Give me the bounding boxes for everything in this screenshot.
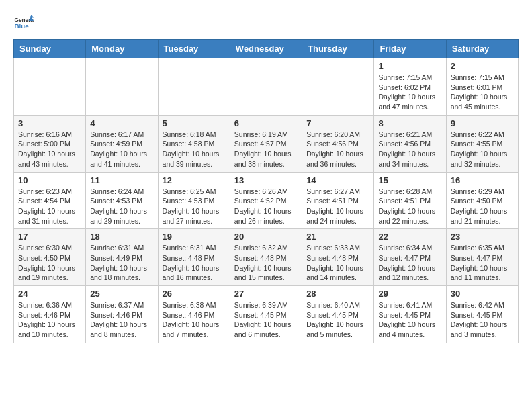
day-number: 1 [378,61,441,71]
day-info: Sunrise: 6:33 AM Sunset: 4:48 PM Dayligh… [306,243,369,283]
day-number: 11 [90,175,153,185]
day-info: Sunrise: 6:39 AM Sunset: 4:45 PM Dayligh… [234,300,298,340]
calendar-cell: 16Sunrise: 6:29 AM Sunset: 4:50 PM Dayli… [446,172,518,229]
day-number: 10 [18,175,81,185]
calendar-cell: 17Sunrise: 6:30 AM Sunset: 4:50 PM Dayli… [14,229,86,286]
day-info: Sunrise: 6:25 AM Sunset: 4:53 PM Dayligh… [163,187,226,226]
day-number: 12 [163,175,226,185]
calendar-cell: 15Sunrise: 6:28 AM Sunset: 4:51 PM Dayli… [374,172,446,229]
day-number: 19 [163,232,226,242]
svg-text:Blue: Blue [15,22,30,30]
day-number: 16 [451,175,514,185]
day-info: Sunrise: 6:23 AM Sunset: 4:54 PM Dayligh… [18,187,81,226]
day-number: 17 [18,232,81,242]
calendar-cell: 4Sunrise: 6:17 AM Sunset: 4:59 PM Daylig… [86,115,158,172]
calendar-cell: 1Sunrise: 7:15 AM Sunset: 6:02 PM Daylig… [374,58,446,116]
day-info: Sunrise: 6:31 AM Sunset: 4:48 PM Dayligh… [163,243,226,283]
day-number: 9 [451,118,514,128]
calendar-table: SundayMondayTuesdayWednesdayThursdayFrid… [13,39,519,343]
day-number: 15 [378,175,441,185]
calendar-cell: 5Sunrise: 6:18 AM Sunset: 4:58 PM Daylig… [158,115,230,172]
calendar-cell: 21Sunrise: 6:33 AM Sunset: 4:48 PM Dayli… [302,229,374,286]
calendar-cell: 3Sunrise: 6:16 AM Sunset: 5:00 PM Daylig… [14,115,86,172]
calendar-cell [302,58,374,116]
logo-icon: General Blue [13,13,34,32]
calendar-cell [230,58,302,116]
day-number: 14 [306,175,369,185]
day-info: Sunrise: 6:22 AM Sunset: 4:55 PM Dayligh… [451,130,514,169]
day-number: 29 [378,289,441,299]
day-number: 7 [306,118,369,128]
day-info: Sunrise: 7:15 AM Sunset: 6:01 PM Dayligh… [451,73,514,112]
day-info: Sunrise: 6:27 AM Sunset: 4:51 PM Dayligh… [306,187,369,226]
weekday-header: Tuesday [158,40,230,58]
calendar-cell: 20Sunrise: 6:32 AM Sunset: 4:48 PM Dayli… [230,229,302,286]
day-info: Sunrise: 6:30 AM Sunset: 4:50 PM Dayligh… [18,243,81,283]
page-header: General Blue [13,13,519,32]
weekday-header: Wednesday [230,40,302,58]
calendar-cell: 18Sunrise: 6:31 AM Sunset: 4:49 PM Dayli… [86,229,158,286]
day-number: 6 [234,118,298,128]
day-number: 30 [451,289,514,299]
day-info: Sunrise: 7:15 AM Sunset: 6:02 PM Dayligh… [378,73,441,112]
calendar-cell [14,58,86,116]
calendar-cell: 19Sunrise: 6:31 AM Sunset: 4:48 PM Dayli… [158,229,230,286]
calendar-week-row: 3Sunrise: 6:16 AM Sunset: 5:00 PM Daylig… [14,115,519,172]
day-info: Sunrise: 6:26 AM Sunset: 4:52 PM Dayligh… [234,187,298,226]
calendar-week-row: 17Sunrise: 6:30 AM Sunset: 4:50 PM Dayli… [14,229,519,286]
day-number: 13 [234,175,298,185]
calendar-header-row: SundayMondayTuesdayWednesdayThursdayFrid… [14,40,519,58]
day-info: Sunrise: 6:29 AM Sunset: 4:50 PM Dayligh… [451,187,514,226]
day-info: Sunrise: 6:24 AM Sunset: 4:53 PM Dayligh… [90,187,153,226]
day-info: Sunrise: 6:31 AM Sunset: 4:49 PM Dayligh… [90,243,153,283]
weekday-header: Saturday [446,40,518,58]
weekday-header: Friday [374,40,446,58]
day-info: Sunrise: 6:32 AM Sunset: 4:48 PM Dayligh… [234,243,298,283]
calendar-week-row: 1Sunrise: 7:15 AM Sunset: 6:02 PM Daylig… [14,58,519,116]
day-info: Sunrise: 6:37 AM Sunset: 4:46 PM Dayligh… [90,300,153,340]
day-info: Sunrise: 6:35 AM Sunset: 4:47 PM Dayligh… [451,243,514,283]
day-info: Sunrise: 6:38 AM Sunset: 4:46 PM Dayligh… [163,300,226,340]
calendar-cell: 14Sunrise: 6:27 AM Sunset: 4:51 PM Dayli… [302,172,374,229]
day-info: Sunrise: 6:21 AM Sunset: 4:56 PM Dayligh… [378,130,441,169]
day-number: 21 [306,232,369,242]
day-info: Sunrise: 6:20 AM Sunset: 4:56 PM Dayligh… [306,130,369,169]
calendar-cell: 11Sunrise: 6:24 AM Sunset: 4:53 PM Dayli… [86,172,158,229]
calendar-cell [158,58,230,116]
day-number: 18 [90,232,153,242]
weekday-header: Monday [86,40,158,58]
day-info: Sunrise: 6:16 AM Sunset: 5:00 PM Dayligh… [18,130,81,169]
calendar-cell: 28Sunrise: 6:40 AM Sunset: 4:45 PM Dayli… [302,286,374,343]
day-number: 4 [90,118,153,128]
calendar-cell: 8Sunrise: 6:21 AM Sunset: 4:56 PM Daylig… [374,115,446,172]
day-number: 2 [451,61,514,71]
day-number: 8 [378,118,441,128]
calendar-cell: 6Sunrise: 6:19 AM Sunset: 4:57 PM Daylig… [230,115,302,172]
day-number: 25 [90,289,153,299]
calendar-cell: 30Sunrise: 6:42 AM Sunset: 4:45 PM Dayli… [446,286,518,343]
day-info: Sunrise: 6:42 AM Sunset: 4:45 PM Dayligh… [451,300,514,340]
day-number: 27 [234,289,298,299]
day-info: Sunrise: 6:36 AM Sunset: 4:46 PM Dayligh… [18,300,81,340]
calendar-cell: 23Sunrise: 6:35 AM Sunset: 4:47 PM Dayli… [446,229,518,286]
calendar-cell: 10Sunrise: 6:23 AM Sunset: 4:54 PM Dayli… [14,172,86,229]
calendar-cell: 25Sunrise: 6:37 AM Sunset: 4:46 PM Dayli… [86,286,158,343]
day-number: 23 [451,232,514,242]
day-number: 3 [18,118,81,128]
day-info: Sunrise: 6:41 AM Sunset: 4:45 PM Dayligh… [378,300,441,340]
calendar-cell: 9Sunrise: 6:22 AM Sunset: 4:55 PM Daylig… [446,115,518,172]
day-number: 28 [306,289,369,299]
day-info: Sunrise: 6:40 AM Sunset: 4:45 PM Dayligh… [306,300,369,340]
day-number: 20 [234,232,298,242]
day-number: 22 [378,232,441,242]
logo: General Blue [13,13,34,32]
weekday-header: Sunday [14,40,86,58]
day-number: 26 [163,289,226,299]
calendar-week-row: 24Sunrise: 6:36 AM Sunset: 4:46 PM Dayli… [14,286,519,343]
calendar-cell: 2Sunrise: 7:15 AM Sunset: 6:01 PM Daylig… [446,58,518,116]
calendar-cell: 7Sunrise: 6:20 AM Sunset: 4:56 PM Daylig… [302,115,374,172]
calendar-cell: 29Sunrise: 6:41 AM Sunset: 4:45 PM Dayli… [374,286,446,343]
calendar-cell: 13Sunrise: 6:26 AM Sunset: 4:52 PM Dayli… [230,172,302,229]
calendar-cell [86,58,158,116]
day-number: 5 [163,118,226,128]
